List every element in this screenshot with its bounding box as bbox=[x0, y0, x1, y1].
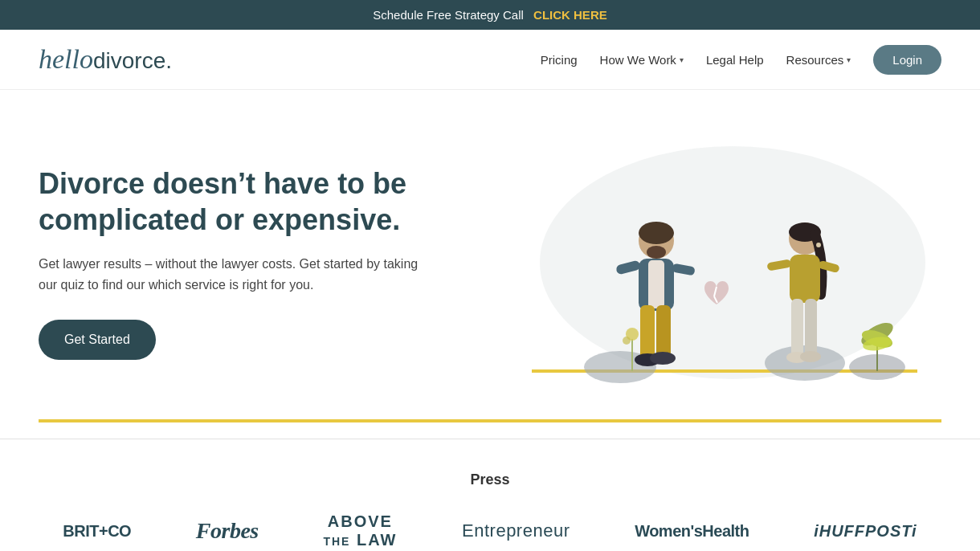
header: hellodivorce. Pricing How We Work ▾ Lega… bbox=[0, 30, 980, 90]
hero-subtext: Get lawyer results – without the lawyer … bbox=[39, 254, 424, 295]
login-button[interactable]: Login bbox=[873, 45, 941, 75]
main-nav: Pricing How We Work ▾ Legal Help Resourc… bbox=[541, 45, 941, 75]
hero-section: Divorce doesn’t have to be complicated o… bbox=[0, 90, 980, 419]
hero-text: Divorce doesn’t have to be complicated o… bbox=[39, 165, 424, 359]
svg-rect-11 bbox=[648, 260, 664, 308]
hero-heading: Divorce doesn’t have to be complicated o… bbox=[39, 165, 424, 238]
svg-rect-25 bbox=[791, 299, 803, 359]
svg-rect-26 bbox=[805, 299, 817, 359]
svg-point-30 bbox=[800, 351, 821, 362]
banner-text: Schedule Free Strategy Call bbox=[373, 8, 524, 22]
press-section: Press BRIT+CO Forbes ABOVETHE LAW Entrep… bbox=[0, 439, 980, 551]
hero-illustration bbox=[492, 138, 941, 387]
logo-divorce: divorce bbox=[93, 48, 165, 74]
svg-point-9 bbox=[647, 246, 666, 259]
press-logo-womens-health[interactable]: Women'sHealth bbox=[635, 522, 749, 541]
nav-resources[interactable]: Resources ▾ bbox=[786, 53, 851, 67]
top-banner: Schedule Free Strategy Call CLICK HERE bbox=[0, 0, 980, 30]
how-we-work-chevron-icon: ▾ bbox=[680, 55, 684, 64]
svg-point-8 bbox=[639, 222, 674, 244]
nav-how-we-work[interactable]: How We Work ▾ bbox=[600, 53, 684, 67]
resources-chevron-icon: ▾ bbox=[847, 55, 851, 64]
nav-pricing[interactable]: Pricing bbox=[541, 53, 578, 67]
banner-cta[interactable]: CLICK HERE bbox=[533, 8, 607, 22]
press-logo-britco[interactable]: BRIT+CO bbox=[63, 522, 131, 541]
hero-svg bbox=[492, 138, 941, 387]
yellow-accent-line bbox=[39, 419, 941, 422]
svg-rect-12 bbox=[640, 305, 655, 361]
get-started-button[interactable]: Get Started bbox=[39, 320, 156, 360]
svg-point-17 bbox=[650, 352, 676, 365]
press-logo-forbes[interactable]: Forbes bbox=[196, 518, 259, 544]
press-logo-entrepreneur[interactable]: Entrepreneur bbox=[462, 520, 570, 541]
svg-rect-24 bbox=[790, 255, 820, 303]
logo-dot: . bbox=[165, 48, 172, 74]
svg-point-23 bbox=[816, 243, 821, 247]
logo-hello: hello bbox=[39, 44, 93, 75]
svg-point-20 bbox=[623, 337, 631, 345]
press-title: Press bbox=[39, 471, 941, 488]
press-logo-huffpost[interactable]: iHUFFPOSTi bbox=[814, 522, 917, 541]
nav-legal-help[interactable]: Legal Help bbox=[706, 53, 764, 67]
press-logo-above-law[interactable]: ABOVETHE LAW bbox=[323, 512, 397, 549]
press-logos: BRIT+CO Forbes ABOVETHE LAW Entrepreneur… bbox=[39, 512, 941, 549]
logo[interactable]: hellodivorce. bbox=[39, 44, 172, 75]
